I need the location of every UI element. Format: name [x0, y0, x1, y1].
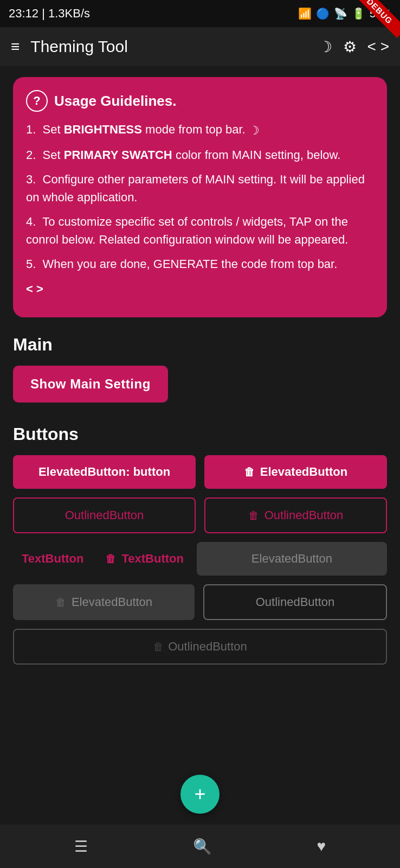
text-button-1-label: TextButton: [22, 552, 83, 566]
code-angle-brackets: < >: [26, 280, 43, 298]
guideline-item-1: 1. Set BRIGHTNESS mode from top bar. ☽: [26, 120, 374, 139]
bottom-nav: ☰ 🔍 ♥: [0, 825, 400, 868]
buttons-section-title: Buttons: [13, 424, 387, 444]
outlined-button-1-label: OutlinedButton: [65, 508, 144, 522]
outlined-button-2-label: OutlinedButton: [264, 508, 344, 522]
outlined-button-1[interactable]: OutlinedButton: [13, 497, 196, 533]
buttons-row-3: TextButton 🗑 TextButton ElevatedButton: [13, 542, 387, 576]
fab-icon: +: [194, 783, 205, 806]
bottom-nav-menu-icon[interactable]: ☰: [74, 838, 88, 856]
elevated-button-disabled-1-label: ElevatedButton: [251, 552, 332, 566]
show-main-setting-button[interactable]: Show Main Setting: [13, 366, 168, 403]
elevated-button-disabled-2-label: ElevatedButton: [72, 595, 152, 609]
settings-icon[interactable]: ⚙: [343, 38, 357, 56]
bottom-spacer: [13, 686, 387, 741]
trash-icon-5: 🗑: [153, 641, 164, 653]
trash-icon-2: 🗑: [248, 509, 259, 522]
text-button-2-label: TextButton: [121, 552, 183, 566]
guidelines-header: ? Usage Guidelines.: [26, 90, 374, 112]
moon-icon[interactable]: ☽: [319, 38, 332, 56]
guideline-item-5: 5. When you are done, GENERATE the code …: [26, 255, 374, 273]
outlined-button-disabled-1: OutlinedButton: [203, 584, 387, 620]
buttons-row-1: ElevatedButton: button 🗑 ElevatedButton: [13, 455, 387, 489]
guideline-item-3: 3. Configure other parameters of MAIN se…: [26, 170, 374, 206]
guidelines-question-icon: ?: [26, 90, 48, 112]
outlined-button-partial: 🗑 OutlinedButton: [13, 629, 387, 665]
buttons-section: Buttons ElevatedButton: button 🗑 Elevate…: [13, 424, 387, 665]
guideline-code-tag: < >: [26, 279, 374, 298]
bottom-nav-search-icon[interactable]: 🔍: [193, 838, 212, 856]
buttons-row-4: 🗑 ElevatedButton OutlinedButton: [13, 584, 387, 620]
menu-icon[interactable]: ≡: [11, 38, 20, 55]
status-time: 23:12 | 1.3KB/s: [9, 7, 90, 21]
app-bar: ≡ Theming Tool ☽ ⚙ < >: [0, 27, 400, 66]
buttons-row-2: OutlinedButton 🗑 OutlinedButton: [13, 497, 387, 533]
outlined-button-disabled-1-label: OutlinedButton: [256, 595, 335, 609]
debug-badge: DEBUG: [357, 0, 400, 38]
trash-icon-4: 🗑: [55, 596, 66, 609]
main-section: Main Show Main Setting: [13, 335, 387, 403]
bottom-nav-heart-icon[interactable]: ♥: [317, 838, 326, 855]
main-section-title: Main: [13, 335, 387, 355]
elevated-button-2-label: ElevatedButton: [260, 465, 347, 479]
fab-button[interactable]: +: [180, 775, 220, 814]
elevated-button-2-with-icon[interactable]: 🗑 ElevatedButton: [204, 455, 387, 489]
guidelines-card: ? Usage Guidelines. 1. Set BRIGHTNESS mo…: [13, 77, 387, 317]
elevated-button-1-label: ElevatedButton: button: [38, 465, 170, 479]
outlined-button-partial-label: OutlinedButton: [168, 640, 247, 654]
trash-icon-3: 🗑: [105, 553, 116, 565]
guidelines-title: Usage Guidelines.: [54, 93, 176, 110]
elevated-button-1[interactable]: ElevatedButton: button: [13, 455, 196, 489]
outlined-button-2-with-icon[interactable]: 🗑 OutlinedButton: [204, 497, 387, 533]
status-bar: 23:12 | 1.3KB/s 📶 🔵 📡 🔋 52%: [0, 0, 400, 27]
guideline-item-2: 2. Set PRIMARY SWATCH color from MAIN se…: [26, 146, 374, 164]
text-button-1[interactable]: TextButton: [13, 542, 92, 576]
signal-icon: 📡: [334, 7, 347, 20]
text-button-2-with-icon[interactable]: 🗑 TextButton: [96, 542, 192, 576]
debug-ribbon-container: DEBUG: [357, 0, 400, 43]
elevated-button-disabled-1: ElevatedButton: [197, 542, 387, 576]
guideline-moon-icon: ☽: [249, 122, 260, 139]
elevated-button-disabled-2: 🗑 ElevatedButton: [13, 584, 195, 620]
app-title: Theming Tool: [30, 37, 307, 56]
trash-icon-1: 🗑: [244, 466, 255, 478]
bluetooth-icon: 🔵: [316, 7, 330, 20]
wifi-icon: 📶: [298, 7, 312, 20]
content: ? Usage Guidelines. 1. Set BRIGHTNESS mo…: [0, 66, 400, 751]
guideline-item-4: 4. To customize specific set of controls…: [26, 213, 374, 248]
buttons-row-5-partial: 🗑 OutlinedButton: [13, 629, 387, 665]
